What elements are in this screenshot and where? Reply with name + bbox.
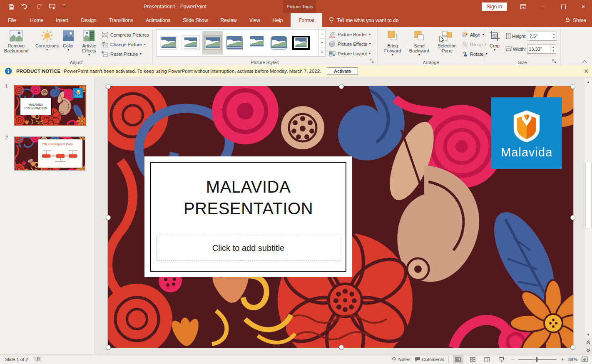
scroll-down-button[interactable]: ▼ bbox=[585, 331, 592, 338]
thumbnail-2-number: 2 bbox=[5, 134, 8, 141]
comments-button[interactable]: Comments bbox=[415, 357, 444, 362]
selection-handle-top-center[interactable] bbox=[339, 84, 344, 89]
tab-review[interactable]: Review bbox=[214, 13, 243, 27]
corrections-button[interactable]: Corrections ▾ bbox=[35, 28, 59, 60]
scrollbar-thumb[interactable] bbox=[585, 162, 592, 228]
redo-button[interactable] bbox=[36, 4, 43, 10]
ribbon-display-options-button[interactable] bbox=[515, 0, 532, 13]
picture-border-button[interactable]: Picture Border ▾ bbox=[329, 30, 371, 39]
width-decrement[interactable]: ▼ bbox=[550, 49, 556, 53]
tab-view[interactable]: View bbox=[243, 13, 266, 27]
tab-insert[interactable]: Insert bbox=[50, 13, 75, 27]
reading-view-button[interactable] bbox=[482, 355, 493, 364]
picture-effects-button[interactable]: Picture Effects ▾ bbox=[329, 40, 371, 48]
maximize-button[interactable] bbox=[555, 0, 572, 13]
zoom-slider[interactable] bbox=[518, 359, 557, 360]
selection-handle-middle-right[interactable] bbox=[570, 215, 575, 220]
width-increment[interactable]: ▲ bbox=[550, 45, 556, 49]
tab-animations[interactable]: Animations bbox=[139, 13, 177, 27]
fit-slide-to-window-button[interactable] bbox=[582, 357, 588, 362]
tab-format-active[interactable]: Format bbox=[291, 13, 322, 27]
previous-slide-button[interactable] bbox=[585, 339, 592, 346]
height-increment[interactable]: ▲ bbox=[551, 32, 557, 36]
tab-file[interactable]: File bbox=[0, 13, 24, 27]
rotate-button[interactable]: Rotate ▾ bbox=[462, 50, 487, 58]
start-from-beginning-button[interactable] bbox=[49, 4, 56, 10]
product-notice-bar: PRODUCT NOTICE PowerPoint hasn't been ac… bbox=[0, 66, 592, 77]
height-decrement[interactable]: ▼ bbox=[551, 36, 557, 40]
zoom-in-button[interactable]: + bbox=[561, 357, 564, 362]
picture-style-thumb-2[interactable] bbox=[180, 31, 201, 54]
compress-pictures-button[interactable]: Compress Pictures bbox=[102, 30, 149, 39]
picture-style-thumb-1[interactable] bbox=[158, 31, 179, 54]
spell-check-icon[interactable] bbox=[35, 357, 41, 362]
reset-picture-button[interactable]: Reset Picture ▾ bbox=[102, 50, 142, 58]
change-picture-button[interactable]: Change Picture ▾ bbox=[102, 40, 146, 49]
artistic-effects-dropdown-arrow: ▾ bbox=[88, 53, 90, 57]
slide-canvas[interactable]: MALAVIDA PRESENTATION Click to add subti… bbox=[108, 86, 573, 348]
next-slide-button[interactable] bbox=[585, 347, 592, 354]
crop-button[interactable]: Crop ▾ bbox=[485, 28, 504, 60]
color-button[interactable]: Color ▾ bbox=[59, 28, 77, 60]
send-backward-dropdown-arrow: ▾ bbox=[418, 53, 420, 57]
tab-slide-show[interactable]: Slide Show bbox=[177, 13, 214, 27]
tab-transitions[interactable]: Transitions bbox=[103, 13, 139, 27]
gallery-scroll-down[interactable]: ▾ bbox=[319, 39, 325, 48]
slide-sorter-view-button[interactable] bbox=[468, 355, 478, 364]
minimize-button[interactable] bbox=[535, 0, 552, 13]
tab-help[interactable]: Help bbox=[266, 13, 289, 27]
undo-dropdown-arrow[interactable]: ▾ bbox=[28, 5, 30, 8]
sign-in-button[interactable]: Sign in bbox=[482, 2, 507, 11]
slide-show-view-button[interactable] bbox=[497, 355, 507, 364]
zoom-slider-knob[interactable] bbox=[536, 357, 537, 362]
picture-styles-dialog-launcher[interactable] bbox=[370, 59, 375, 64]
slide-title-box[interactable]: MALAVIDA PRESENTATION Click to add subti… bbox=[144, 156, 352, 277]
gallery-more-button[interactable]: ▾ bbox=[319, 47, 325, 56]
gallery-scroll-up[interactable]: ▴ bbox=[319, 30, 325, 39]
picture-style-thumb-5[interactable] bbox=[246, 31, 267, 54]
tell-me-box[interactable]: Tell me what you want to do bbox=[329, 13, 398, 27]
picture-style-thumb-4[interactable] bbox=[224, 31, 245, 54]
slide-title-text[interactable]: MALAVIDA PRESENTATION bbox=[155, 176, 341, 219]
save-button[interactable] bbox=[8, 4, 15, 10]
picture-layout-button[interactable]: Picture Layout ▾ bbox=[329, 49, 371, 58]
undo-button[interactable]: ▾ bbox=[21, 4, 30, 10]
selection-handle-middle-left[interactable] bbox=[106, 215, 111, 220]
align-button[interactable]: Align ▾ bbox=[462, 30, 484, 39]
slide-thumbnail-2[interactable]: Title Lorem Ipsum Dolor bbox=[14, 136, 85, 171]
selection-handle-bottom-left[interactable] bbox=[106, 345, 111, 350]
slide-indicator[interactable]: Slide 1 of 2 bbox=[5, 357, 28, 362]
customize-qat-button[interactable]: ▾ bbox=[62, 5, 66, 9]
collapse-ribbon-button[interactable] bbox=[582, 60, 587, 63]
artistic-effects-button[interactable]: Artistic Effects ▾ bbox=[78, 28, 100, 60]
selection-handle-top-left[interactable] bbox=[106, 84, 111, 89]
selection-handle-bottom-right[interactable] bbox=[570, 345, 575, 350]
picture-style-thumb-3-selected[interactable] bbox=[202, 31, 223, 54]
selection-handle-bottom-center[interactable] bbox=[339, 345, 344, 350]
color-picture-icon bbox=[62, 28, 74, 43]
slide-thumbnail-1-selected[interactable]: MALAVIDA PRESENTATION Malavida bbox=[14, 85, 86, 126]
tab-home[interactable]: Home bbox=[24, 13, 50, 27]
share-button[interactable]: Share bbox=[565, 13, 586, 27]
notice-close-icon[interactable]: ✕ bbox=[584, 68, 589, 74]
picture-style-thumb-6[interactable] bbox=[269, 31, 289, 54]
selection-pane-button[interactable]: Selection Pane bbox=[435, 28, 460, 60]
size-dialog-launcher[interactable] bbox=[552, 59, 557, 64]
picture-style-thumb-7[interactable] bbox=[291, 31, 311, 54]
height-input[interactable] bbox=[528, 32, 551, 40]
normal-view-button[interactable] bbox=[453, 355, 463, 364]
tab-design[interactable]: Design bbox=[75, 13, 102, 27]
remove-background-button[interactable]: Remove Background bbox=[3, 28, 29, 60]
bring-forward-button[interactable]: Bring Forward ▾ bbox=[381, 28, 405, 60]
send-backward-button[interactable]: Send Backward ▾ bbox=[407, 28, 431, 60]
zoom-out-button[interactable]: − bbox=[511, 357, 515, 362]
selection-handle-top-right[interactable] bbox=[570, 84, 575, 89]
subtitle-placeholder[interactable]: Click to add subtitle bbox=[157, 236, 340, 260]
group-button-disabled[interactable]: Group ▾ bbox=[462, 40, 487, 49]
scroll-up-button[interactable]: ▲ bbox=[585, 79, 592, 85]
activate-button[interactable]: Activate bbox=[327, 67, 358, 75]
zoom-level[interactable]: 88% bbox=[568, 357, 577, 362]
close-button[interactable]: × bbox=[575, 0, 592, 13]
width-input[interactable] bbox=[527, 45, 550, 53]
notes-button[interactable]: Notes bbox=[391, 357, 410, 362]
